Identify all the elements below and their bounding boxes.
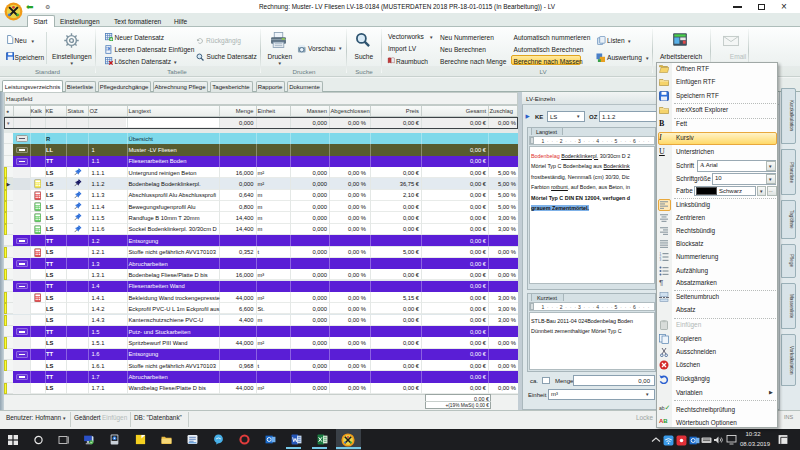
svg-text:3: 3 — [660, 259, 662, 263]
